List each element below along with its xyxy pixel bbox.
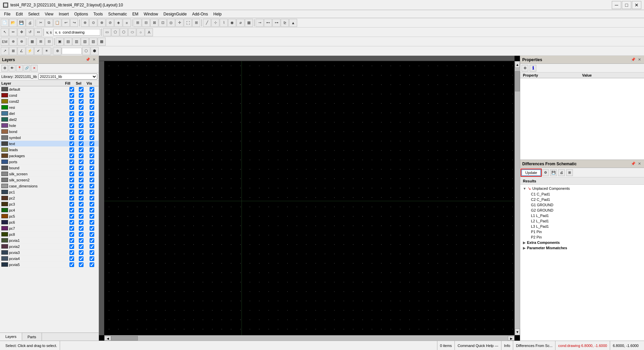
layer-fill-checkbox[interactable] xyxy=(69,129,74,134)
layer-sel-checkbox[interactable] xyxy=(79,262,84,267)
menu-item-em[interactable]: EM xyxy=(130,11,141,17)
layer-vis-checkbox[interactable] xyxy=(90,99,94,104)
snap1-icon[interactable]: ⊸ xyxy=(256,19,264,27)
em7-icon[interactable]: ▣ xyxy=(56,38,64,46)
layers-pin-icon[interactable]: 📍 xyxy=(16,65,23,72)
layer-row[interactable]: hole xyxy=(0,123,99,129)
circle-icon[interactable]: ○ xyxy=(137,28,145,36)
layer-row[interactable]: pc5 xyxy=(0,213,99,219)
layer-vis-checkbox[interactable] xyxy=(90,190,94,194)
pan-icon[interactable]: ✛ xyxy=(175,19,183,27)
layer-sel-checkbox[interactable] xyxy=(79,202,84,207)
layer-row[interactable]: pc2 xyxy=(0,195,99,201)
mirror-icon[interactable]: ⇔ xyxy=(34,28,42,36)
layer-vis-checkbox[interactable] xyxy=(90,202,94,207)
layer-sel-checkbox[interactable] xyxy=(79,154,84,158)
close-button[interactable]: ✕ xyxy=(632,1,641,9)
menu-item-add-ons[interactable]: Add-Ons xyxy=(190,11,211,17)
layer-sel-checkbox[interactable] xyxy=(79,256,84,261)
layer-sel-checkbox[interactable] xyxy=(79,99,84,104)
layer-vis-checkbox[interactable] xyxy=(90,172,94,176)
layer-vis-checkbox[interactable] xyxy=(90,256,94,261)
status-info[interactable]: Info xyxy=(501,341,513,350)
menu-item-select[interactable]: Select xyxy=(25,11,42,17)
print-icon[interactable]: 🖨 xyxy=(26,19,34,27)
layer-sel-checkbox[interactable] xyxy=(79,172,84,176)
layer-row[interactable]: pc3 xyxy=(0,201,99,207)
layer-dropdown[interactable] xyxy=(53,29,100,36)
pin-icon[interactable]: ⊹ xyxy=(211,19,219,27)
coord-icon[interactable]: ⊕ xyxy=(53,47,61,55)
em10-icon[interactable]: ▧ xyxy=(81,38,89,46)
copy-icon[interactable]: ⧉ xyxy=(45,19,53,27)
props-settings-icon[interactable]: ⚙ xyxy=(522,65,528,72)
diff-unplaced-item[interactable]: C2 C_Pad1 xyxy=(520,197,644,202)
layer-row[interactable]: pcvia1 xyxy=(0,237,99,244)
em6-icon[interactable]: ⊟ xyxy=(45,38,53,46)
ellipse-icon[interactable]: ⬭ xyxy=(128,28,136,36)
tool3-icon[interactable]: ⊗ xyxy=(98,19,106,27)
diff-table-icon[interactable]: ⊞ xyxy=(566,169,573,176)
diff-unplaced-item[interactable]: L3 L_Pad1 xyxy=(520,224,644,229)
diff-unplaced-item[interactable]: G2 GROUND xyxy=(520,208,644,213)
layer-fill-checkbox[interactable] xyxy=(69,172,74,176)
layer-row[interactable]: bound xyxy=(0,165,99,171)
move-icon[interactable]: ✥ xyxy=(17,28,25,36)
layer-row[interactable]: silk_screen2 xyxy=(0,177,99,183)
layer-row[interactable]: pc7 xyxy=(0,225,99,231)
layer-row[interactable]: default xyxy=(0,86,99,92)
layer-vis-checkbox[interactable] xyxy=(90,226,94,231)
layer-row[interactable]: pcvia4 xyxy=(0,256,99,262)
scroll-down-btn[interactable]: ▼ xyxy=(515,329,520,335)
route-icon[interactable]: ⌇ xyxy=(220,19,228,27)
layer-vis-checkbox[interactable] xyxy=(90,105,94,110)
layer-sel-checkbox[interactable] xyxy=(79,178,84,182)
layer-vis-checkbox[interactable] xyxy=(90,214,94,219)
layer-row[interactable]: symbol xyxy=(0,135,99,141)
status-command-help[interactable]: Command Quick Help --- xyxy=(455,341,501,350)
diff-section-unplaced[interactable]: ▼ ↘ Unplaced Components xyxy=(520,185,644,191)
status-differences[interactable]: Differences From Sc... xyxy=(513,341,555,350)
highlight-icon[interactable]: ☀ xyxy=(43,47,51,55)
layer-sel-checkbox[interactable] xyxy=(79,123,84,128)
update-button[interactable]: Update xyxy=(522,170,541,176)
scroll-thumb-h[interactable] xyxy=(111,336,138,341)
layer-row[interactable]: pc6 xyxy=(0,219,99,225)
layer-fill-checkbox[interactable] xyxy=(69,154,74,158)
diff-unplaced-item[interactable]: P1 Pin xyxy=(520,229,644,234)
layer-row[interactable]: packages xyxy=(0,153,99,159)
layer-vis-checkbox[interactable] xyxy=(90,135,94,140)
diff-pin-button[interactable]: 📌 xyxy=(631,161,636,167)
layer-fill-checkbox[interactable] xyxy=(69,111,74,116)
em9-icon[interactable]: ▥ xyxy=(72,38,80,46)
menu-item-options[interactable]: Options xyxy=(71,11,91,17)
layer-fill-checkbox[interactable] xyxy=(69,262,74,267)
layers-eye-icon[interactable]: 👁 xyxy=(9,65,15,72)
paste-icon[interactable]: 📋 xyxy=(53,19,61,27)
layer-sel-checkbox[interactable] xyxy=(79,160,84,164)
comp-icon[interactable]: ▦ xyxy=(245,19,253,27)
layer-sel-checkbox[interactable] xyxy=(79,93,84,98)
layer-fill-checkbox[interactable] xyxy=(69,220,74,225)
diff-print-icon[interactable]: 🖨 xyxy=(558,169,565,176)
wire-icon[interactable]: ╱ xyxy=(203,19,211,27)
layer-vis-checkbox[interactable] xyxy=(90,87,94,92)
em1-icon[interactable]: EM xyxy=(1,38,9,46)
layer-sel-checkbox[interactable] xyxy=(79,184,84,188)
layer-vis-checkbox[interactable] xyxy=(90,250,94,255)
snap4-icon[interactable]: ⊵ xyxy=(281,19,289,27)
layer-sel-checkbox[interactable] xyxy=(79,196,84,201)
scroll-thumb-v[interactable] xyxy=(515,71,520,91)
cut-icon[interactable]: ✂ xyxy=(37,19,45,27)
maximize-button[interactable]: □ xyxy=(622,1,631,9)
save-icon[interactable]: 💾 xyxy=(17,19,25,27)
layer-vis-checkbox[interactable] xyxy=(90,154,94,158)
menu-item-view[interactable]: View xyxy=(42,11,56,17)
layer-sel-checkbox[interactable] xyxy=(79,147,84,152)
layer-vis-checkbox[interactable] xyxy=(90,117,94,122)
layer-row[interactable]: pcvia3 xyxy=(0,250,99,256)
layer-fill-checkbox[interactable] xyxy=(69,202,74,207)
canvas-area[interactable]: ▲ ▼ ◀ ▶ xyxy=(99,56,520,341)
minimize-button[interactable]: ─ xyxy=(612,1,621,9)
layer-sel-checkbox[interactable] xyxy=(79,244,84,249)
